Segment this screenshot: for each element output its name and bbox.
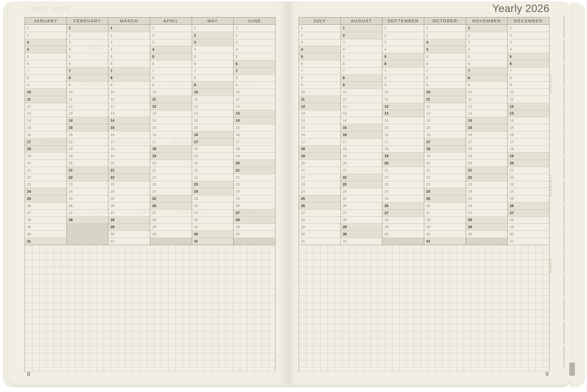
day-cell: 10 xyxy=(466,88,508,96)
day-cell: 29 xyxy=(234,223,275,231)
day-cell: 24 xyxy=(341,188,382,195)
grid-line-horizontal xyxy=(25,303,275,303)
day-cell: 26 xyxy=(341,202,382,209)
grid-line-horizontal xyxy=(25,260,275,260)
day-cell: 10 xyxy=(341,88,382,96)
day-cell: 23 xyxy=(424,181,466,188)
day-cell: 13 xyxy=(150,110,192,117)
grid-line-horizontal xyxy=(25,360,275,360)
day-cell: 27 xyxy=(67,209,108,216)
day-cell: 25 xyxy=(508,195,549,202)
day-cell: 4 xyxy=(341,46,382,53)
day-cell: 6 xyxy=(466,60,508,67)
grid-line-horizontal xyxy=(25,353,275,353)
day-cell: 9 xyxy=(508,81,549,88)
day-cell: 6 xyxy=(150,60,192,67)
edge-tab-march: MARCH xyxy=(549,258,553,273)
day-cell: 22 xyxy=(192,174,234,181)
fore-edge-tab-notch xyxy=(563,204,564,226)
day-cell: 24 xyxy=(150,188,192,195)
day-cell: 21 xyxy=(108,167,150,174)
month-header: JULY xyxy=(299,17,341,25)
day-cell: 9 xyxy=(341,81,382,88)
day-cell: 10 xyxy=(299,88,341,96)
day-cell: 16 xyxy=(67,131,108,138)
day-cell: 5 xyxy=(508,53,549,60)
day-cell: 5 xyxy=(424,53,466,60)
day-cell: 25 xyxy=(299,195,341,202)
day-cell: 27 xyxy=(466,209,508,216)
day-cell: 1 xyxy=(508,25,549,32)
day-cell: 15 xyxy=(508,124,549,131)
day-cell: 19 xyxy=(424,152,466,159)
day-cell: 4 xyxy=(382,46,424,53)
day-cell: 22 xyxy=(341,174,382,181)
month-header: SEPTEMBER xyxy=(382,17,424,25)
day-cell: 14 xyxy=(382,117,424,124)
day-cell: 21 xyxy=(234,167,275,174)
day-cell: 16 xyxy=(192,131,234,138)
day-cell: 27 xyxy=(299,209,341,216)
day-cell: 20 xyxy=(234,159,275,167)
day-cell: 26 xyxy=(508,202,549,209)
month-column-november: NOVEMBER12345678910111213141516171819202… xyxy=(466,17,508,245)
day-cell: 3 xyxy=(341,39,382,46)
day-cell: 7 xyxy=(382,67,424,74)
day-cell: 5 xyxy=(150,53,192,60)
day-cell: 20 xyxy=(108,159,150,167)
day-cell: 15 xyxy=(299,124,341,131)
day-cell: 20 xyxy=(341,159,382,167)
day-cell: 24 xyxy=(25,188,66,195)
center-fold-shadow xyxy=(279,2,297,384)
day-cell: 14 xyxy=(299,117,341,124)
month-column-october: OCTOBER123456789101112131415161718192021… xyxy=(424,17,466,245)
day-cell: 30 xyxy=(108,231,150,238)
day-cell: 27 xyxy=(108,209,150,216)
day-cell: 5 xyxy=(192,53,234,60)
day-cell: 28 xyxy=(424,216,466,224)
day-cell: 18 xyxy=(150,145,192,153)
day-cell: 27 xyxy=(508,209,549,216)
day-cell: 18 xyxy=(299,145,341,153)
day-cell: 1 xyxy=(341,25,382,32)
day-cell: 2 xyxy=(150,32,192,39)
day-cell: 4 xyxy=(424,46,466,53)
day-cell: 13 xyxy=(234,110,275,117)
month-header: JUNE xyxy=(234,17,275,25)
day-cell: 31 xyxy=(424,238,466,245)
month-column-may: MAY1234567891011121314151617181920212223… xyxy=(192,17,234,245)
day-cell: 27 xyxy=(234,209,275,216)
day-cell: 17 xyxy=(234,138,275,145)
day-cell: 20 xyxy=(466,159,508,167)
day-cell: 14 xyxy=(25,117,66,124)
day-cell: 2 xyxy=(382,32,424,39)
month-header: FEBRUARY xyxy=(67,17,108,25)
day-cell: 29 xyxy=(299,223,341,231)
day-cell: 28 xyxy=(108,216,150,224)
day-cell: 23 xyxy=(382,181,424,188)
fore-edge-dark-mark xyxy=(569,363,575,376)
day-cell: 19 xyxy=(382,152,424,159)
grid-line-horizontal xyxy=(299,260,549,260)
day-cell: 26 xyxy=(299,202,341,209)
day-cell: 4 xyxy=(25,46,66,53)
day-cell: 2 xyxy=(466,32,508,39)
day-cell: 10 xyxy=(508,88,549,96)
day-cell: 1 xyxy=(67,25,108,32)
day-cell: 25 xyxy=(67,195,108,202)
day-cell: 15 xyxy=(466,124,508,131)
fore-edge-tab-notch xyxy=(563,40,564,62)
day-cell: 4 xyxy=(299,46,341,53)
day-cell: 6 xyxy=(234,60,275,67)
day-cell: 19 xyxy=(108,152,150,159)
day-cell: 15 xyxy=(67,124,108,131)
day-cell: 25 xyxy=(424,195,466,202)
grid-line-bottom xyxy=(299,371,549,372)
day-cell: 15 xyxy=(234,124,275,131)
day-cell: 2 xyxy=(299,32,341,39)
month-column-february: FEBRUARY12345678910111213141516171819202… xyxy=(66,17,108,245)
day-cell: 23 xyxy=(299,181,341,188)
day-cell: 19 xyxy=(299,152,341,159)
day-cell: 17 xyxy=(466,138,508,145)
day-cell: 7 xyxy=(108,67,150,74)
